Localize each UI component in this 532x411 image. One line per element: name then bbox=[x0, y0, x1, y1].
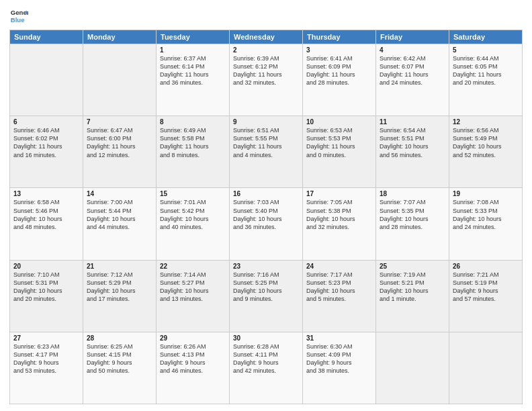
day-info: Sunrise: 6:25 AM Sunset: 4:15 PM Dayligh… bbox=[87, 342, 152, 375]
weekday-header-monday: Monday bbox=[83, 30, 157, 44]
day-cell: 10Sunrise: 6:53 AM Sunset: 5:53 PM Dayli… bbox=[303, 116, 376, 188]
day-cell: 23Sunrise: 7:16 AM Sunset: 5:25 PM Dayli… bbox=[230, 260, 303, 332]
week-row-4: 20Sunrise: 7:10 AM Sunset: 5:31 PM Dayli… bbox=[10, 260, 523, 332]
day-info: Sunrise: 6:54 AM Sunset: 5:51 PM Dayligh… bbox=[380, 126, 445, 159]
day-cell: 21Sunrise: 7:12 AM Sunset: 5:29 PM Dayli… bbox=[83, 260, 157, 332]
day-number: 10 bbox=[306, 118, 372, 126]
day-info: Sunrise: 7:03 AM Sunset: 5:40 PM Dayligh… bbox=[233, 198, 299, 231]
day-number: 14 bbox=[87, 190, 152, 197]
day-cell: 25Sunrise: 7:19 AM Sunset: 5:21 PM Dayli… bbox=[376, 260, 449, 332]
day-cell: 28Sunrise: 6:25 AM Sunset: 4:15 PM Dayli… bbox=[83, 332, 157, 404]
day-number: 5 bbox=[453, 46, 519, 54]
svg-text:General: General bbox=[11, 9, 28, 16]
day-cell: 13Sunrise: 6:58 AM Sunset: 5:46 PM Dayli… bbox=[10, 188, 83, 260]
weekday-header-thursday: Thursday bbox=[303, 30, 376, 44]
day-number: 18 bbox=[380, 190, 445, 197]
day-number: 7 bbox=[87, 118, 152, 126]
day-cell: 20Sunrise: 7:10 AM Sunset: 5:31 PM Dayli… bbox=[10, 260, 83, 332]
weekday-header-row: SundayMondayTuesdayWednesdayThursdayFrid… bbox=[10, 30, 523, 44]
day-number: 30 bbox=[233, 334, 299, 342]
day-info: Sunrise: 6:41 AM Sunset: 6:09 PM Dayligh… bbox=[306, 54, 372, 87]
day-info: Sunrise: 6:28 AM Sunset: 4:11 PM Dayligh… bbox=[233, 342, 299, 375]
week-row-3: 13Sunrise: 6:58 AM Sunset: 5:46 PM Dayli… bbox=[10, 188, 523, 260]
day-cell: 2Sunrise: 6:39 AM Sunset: 6:12 PM Daylig… bbox=[230, 44, 303, 116]
day-number: 9 bbox=[233, 118, 299, 126]
weekday-header-friday: Friday bbox=[376, 30, 449, 44]
day-cell bbox=[83, 44, 157, 116]
day-cell: 7Sunrise: 6:47 AM Sunset: 6:00 PM Daylig… bbox=[83, 116, 157, 188]
day-info: Sunrise: 6:53 AM Sunset: 5:53 PM Dayligh… bbox=[306, 126, 372, 159]
calendar-table: SundayMondayTuesdayWednesdayThursdayFrid… bbox=[9, 30, 523, 404]
day-number: 15 bbox=[160, 190, 226, 197]
day-info: Sunrise: 6:44 AM Sunset: 6:05 PM Dayligh… bbox=[453, 54, 519, 87]
day-number: 22 bbox=[160, 263, 226, 270]
day-cell: 18Sunrise: 7:07 AM Sunset: 5:35 PM Dayli… bbox=[376, 188, 449, 260]
day-info: Sunrise: 6:58 AM Sunset: 5:46 PM Dayligh… bbox=[13, 198, 79, 231]
day-info: Sunrise: 7:05 AM Sunset: 5:38 PM Dayligh… bbox=[306, 198, 372, 231]
day-number: 24 bbox=[306, 263, 372, 270]
day-info: Sunrise: 6:47 AM Sunset: 6:00 PM Dayligh… bbox=[87, 126, 152, 159]
day-number: 6 bbox=[13, 118, 79, 126]
day-cell: 26Sunrise: 7:21 AM Sunset: 5:19 PM Dayli… bbox=[449, 260, 523, 332]
day-info: Sunrise: 6:39 AM Sunset: 6:12 PM Dayligh… bbox=[233, 54, 299, 87]
day-cell: 24Sunrise: 7:17 AM Sunset: 5:23 PM Dayli… bbox=[303, 260, 376, 332]
day-number: 12 bbox=[453, 118, 519, 126]
day-number: 2 bbox=[233, 46, 299, 54]
week-row-1: 1Sunrise: 6:37 AM Sunset: 6:14 PM Daylig… bbox=[10, 44, 523, 116]
day-number: 11 bbox=[380, 118, 445, 126]
day-cell bbox=[376, 332, 449, 404]
day-info: Sunrise: 6:30 AM Sunset: 4:09 PM Dayligh… bbox=[306, 342, 372, 375]
day-number: 3 bbox=[306, 46, 372, 54]
week-row-2: 6Sunrise: 6:46 AM Sunset: 6:02 PM Daylig… bbox=[10, 116, 523, 188]
day-number: 25 bbox=[380, 263, 445, 270]
day-cell: 3Sunrise: 6:41 AM Sunset: 6:09 PM Daylig… bbox=[303, 44, 376, 116]
day-cell: 30Sunrise: 6:28 AM Sunset: 4:11 PM Dayli… bbox=[230, 332, 303, 404]
weekday-header-saturday: Saturday bbox=[449, 30, 523, 44]
day-number: 8 bbox=[160, 118, 226, 126]
day-cell: 14Sunrise: 7:00 AM Sunset: 5:44 PM Dayli… bbox=[83, 188, 157, 260]
day-info: Sunrise: 7:08 AM Sunset: 5:33 PM Dayligh… bbox=[453, 198, 519, 231]
day-cell: 15Sunrise: 7:01 AM Sunset: 5:42 PM Dayli… bbox=[157, 188, 230, 260]
day-cell: 17Sunrise: 7:05 AM Sunset: 5:38 PM Dayli… bbox=[303, 188, 376, 260]
day-number: 16 bbox=[233, 190, 299, 197]
day-info: Sunrise: 6:46 AM Sunset: 6:02 PM Dayligh… bbox=[13, 126, 79, 159]
day-info: Sunrise: 6:42 AM Sunset: 6:07 PM Dayligh… bbox=[380, 54, 445, 87]
day-info: Sunrise: 7:21 AM Sunset: 5:19 PM Dayligh… bbox=[453, 271, 519, 304]
weekday-header-wednesday: Wednesday bbox=[230, 30, 303, 44]
day-number: 29 bbox=[160, 334, 226, 342]
day-info: Sunrise: 6:23 AM Sunset: 4:17 PM Dayligh… bbox=[13, 342, 79, 375]
day-cell: 29Sunrise: 6:26 AM Sunset: 4:13 PM Dayli… bbox=[157, 332, 230, 404]
weekday-header-sunday: Sunday bbox=[10, 30, 83, 44]
day-number: 19 bbox=[453, 190, 519, 197]
day-info: Sunrise: 6:26 AM Sunset: 4:13 PM Dayligh… bbox=[160, 342, 226, 375]
day-cell: 22Sunrise: 7:14 AM Sunset: 5:27 PM Dayli… bbox=[157, 260, 230, 332]
day-number: 20 bbox=[13, 263, 79, 270]
day-cell: 9Sunrise: 6:51 AM Sunset: 5:55 PM Daylig… bbox=[230, 116, 303, 188]
day-number: 31 bbox=[306, 334, 372, 342]
day-number: 21 bbox=[87, 263, 152, 270]
day-number: 23 bbox=[233, 263, 299, 270]
day-info: Sunrise: 6:56 AM Sunset: 5:49 PM Dayligh… bbox=[453, 126, 519, 159]
logo: General Blue bbox=[9, 7, 28, 26]
day-number: 27 bbox=[13, 334, 79, 342]
day-cell: 8Sunrise: 6:49 AM Sunset: 5:58 PM Daylig… bbox=[157, 116, 230, 188]
day-number: 17 bbox=[306, 190, 372, 197]
header: General Blue bbox=[9, 7, 523, 26]
day-cell: 31Sunrise: 6:30 AM Sunset: 4:09 PM Dayli… bbox=[303, 332, 376, 404]
day-cell: 19Sunrise: 7:08 AM Sunset: 5:33 PM Dayli… bbox=[449, 188, 523, 260]
day-number: 13 bbox=[13, 190, 79, 197]
day-cell: 16Sunrise: 7:03 AM Sunset: 5:40 PM Dayli… bbox=[230, 188, 303, 260]
day-cell: 12Sunrise: 6:56 AM Sunset: 5:49 PM Dayli… bbox=[449, 116, 523, 188]
weekday-header-tuesday: Tuesday bbox=[157, 30, 230, 44]
day-cell: 5Sunrise: 6:44 AM Sunset: 6:05 PM Daylig… bbox=[449, 44, 523, 116]
page: General Blue SundayMondayTuesdayWednesda… bbox=[0, 0, 532, 411]
day-info: Sunrise: 7:14 AM Sunset: 5:27 PM Dayligh… bbox=[160, 271, 226, 304]
day-info: Sunrise: 7:16 AM Sunset: 5:25 PM Dayligh… bbox=[233, 271, 299, 304]
day-cell bbox=[10, 44, 83, 116]
day-info: Sunrise: 7:07 AM Sunset: 5:35 PM Dayligh… bbox=[380, 198, 445, 231]
day-info: Sunrise: 7:01 AM Sunset: 5:42 PM Dayligh… bbox=[160, 198, 226, 231]
svg-text:Blue: Blue bbox=[11, 16, 25, 24]
day-info: Sunrise: 6:51 AM Sunset: 5:55 PM Dayligh… bbox=[233, 126, 299, 159]
logo-icon: General Blue bbox=[9, 7, 28, 26]
day-info: Sunrise: 7:00 AM Sunset: 5:44 PM Dayligh… bbox=[87, 198, 152, 231]
